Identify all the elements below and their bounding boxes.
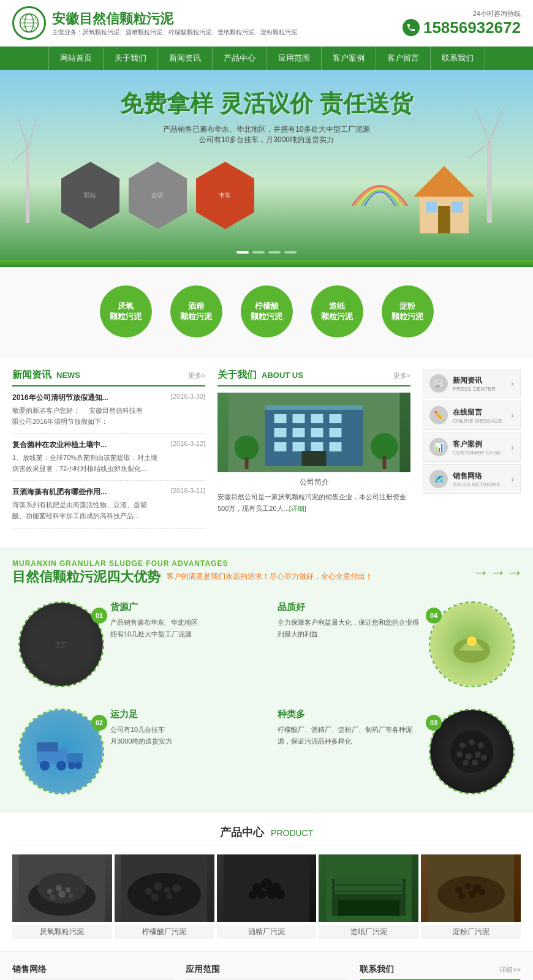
news-item-1-desc: 敬爱的新老客户您好： 安徽目然信科技有限公司2016年清明节放假如下： bbox=[12, 405, 205, 427]
svg-rect-36 bbox=[274, 442, 287, 451]
adv-circle-01-wrap: 工厂 01 bbox=[18, 601, 104, 687]
grass-bar bbox=[0, 260, 533, 267]
svg-point-82 bbox=[166, 893, 172, 899]
sidebar-news-en: PRESS CENTER bbox=[453, 386, 496, 392]
svg-point-63 bbox=[463, 760, 469, 766]
cat-circle-5[interactable]: 淀粉颗粒污泥 bbox=[382, 285, 434, 337]
adv-grid: 工厂 01 货源广 产品销售遍布华东、华北地区拥有10几处大中型工厂泥源 品质好… bbox=[12, 595, 521, 801]
svg-rect-33 bbox=[293, 428, 305, 437]
cat-circle-2[interactable]: 酒精颗粒污泥 bbox=[170, 285, 222, 337]
hotline-area: 24小时咨询热线 15856932672 bbox=[403, 9, 521, 37]
category-3[interactable]: 柠檬酸颗粒污泥 bbox=[241, 285, 293, 337]
svg-point-73 bbox=[58, 891, 66, 898]
cat-circle-3[interactable]: 柠檬酸颗粒污泥 bbox=[241, 285, 293, 337]
product-2[interactable]: 柠檬酸厂污泥 bbox=[115, 854, 214, 939]
company-name: 安徽目然信颗粒污泥 bbox=[52, 10, 297, 28]
news-more-link[interactable]: 更多> bbox=[188, 371, 205, 380]
svg-rect-97 bbox=[338, 900, 399, 916]
sidebar-news[interactable]: 📰 新闻资讯 PRESS CENTER › bbox=[423, 369, 521, 398]
adv-num-01: 01 bbox=[91, 608, 107, 624]
sidebar-message-left: ✏️ 在线留言 ONLINE MESSAGE bbox=[429, 406, 502, 424]
sidebar-network-text: 销售网络 SALES NETWORK bbox=[453, 471, 501, 488]
svg-point-64 bbox=[472, 760, 478, 766]
adv-circle-03-wrap: 03 bbox=[429, 709, 515, 794]
sidebar-network[interactable]: 🗺️ 销售网络 SALES NETWORK › bbox=[423, 464, 521, 494]
cat-circle-1[interactable]: 厌氧颗粒污泥 bbox=[100, 285, 152, 337]
nav-contact[interactable]: 联系我们 bbox=[431, 47, 485, 70]
svg-point-54 bbox=[68, 762, 75, 769]
adv-text-04: 品质好 全力保障客户利益最大化，保证您和您的企业得到最大的利益 bbox=[278, 601, 423, 641]
svg-point-76 bbox=[127, 873, 201, 916]
category-1[interactable]: 厌氧颗粒污泥 bbox=[100, 285, 152, 337]
svg-point-69 bbox=[47, 889, 52, 894]
banner-hexagons: 颗粒 会议 卡车 bbox=[61, 162, 254, 229]
nav-home[interactable]: 网站首页 bbox=[48, 47, 104, 70]
svg-point-71 bbox=[66, 888, 70, 892]
about-detail-link[interactable]: [详细] bbox=[289, 505, 306, 512]
svg-rect-38 bbox=[311, 442, 323, 451]
product-5[interactable]: 淀粉厂污泥 bbox=[421, 854, 521, 939]
news-item-1-link[interactable]: 2016年公司清明节放假通知... bbox=[12, 393, 108, 403]
svg-rect-31 bbox=[330, 414, 342, 423]
sales-network-section: 销售网络 2012至今，我公司产品销售以华东地区为中心，扩散至：华北、华南、华中… bbox=[12, 964, 173, 980]
svg-point-100 bbox=[455, 886, 463, 894]
product-3[interactable]: 酒精厂污泥 bbox=[217, 854, 317, 939]
svg-point-101 bbox=[465, 883, 471, 889]
product-label-1: 厌氧颗粒污泥 bbox=[12, 925, 112, 939]
adv-desc-02: 公司有10几台挂车月3000吨的送货实力 bbox=[110, 724, 172, 748]
about-title-cn: 关于我们 bbox=[217, 369, 257, 382]
product-1[interactable]: 厌氧颗粒污泥 bbox=[12, 854, 112, 939]
svg-point-80 bbox=[172, 884, 181, 892]
nav-apply[interactable]: 应用范围 bbox=[267, 47, 322, 70]
adv-text-01: 货源广 产品销售遍布华东、华北地区拥有10几处大中型工厂泥源 bbox=[110, 601, 198, 641]
banner-dot-3[interactable] bbox=[268, 251, 281, 254]
news-item-3-link[interactable]: 豆酒海藻有机肥有哪些作用... bbox=[12, 487, 107, 497]
nav-news[interactable]: 新闻资讯 bbox=[158, 47, 213, 70]
nav-about[interactable]: 关于我们 bbox=[104, 47, 158, 70]
product-4[interactable]: 造纸厂污泥 bbox=[319, 854, 418, 939]
svg-point-103 bbox=[459, 893, 465, 899]
svg-point-87 bbox=[257, 890, 266, 899]
svg-text:工厂: 工厂 bbox=[55, 642, 67, 649]
nav-cases[interactable]: 客户案例 bbox=[322, 47, 376, 70]
svg-point-59 bbox=[478, 742, 484, 748]
banner-dot-1[interactable] bbox=[236, 251, 249, 254]
sidebar-news-cn: 新闻资讯 bbox=[453, 375, 496, 386]
sales-network-title: 销售网络 bbox=[12, 964, 173, 979]
company-subtitle: 主营业务：厌氧颗粒污泥、酒糟颗粒污泥、柠檬酸颗粒污泥、造纸颗粒污泥、淀粉颗粒污泥 bbox=[52, 28, 297, 37]
nav-products[interactable]: 产品中心 bbox=[213, 47, 267, 70]
sidebar-message-arrow: › bbox=[511, 410, 514, 420]
bottom-row: 销售网络 2012至今，我公司产品销售以华东地区为中心，扩散至：华北、华南、华中… bbox=[0, 951, 533, 980]
category-4[interactable]: 造纸颗粒污泥 bbox=[311, 285, 363, 337]
sidebar-news-arrow: › bbox=[511, 379, 514, 388]
sidebar-cases-left: 📊 客户案例 CUSTOMER CASE bbox=[429, 438, 501, 456]
cat-circle-4[interactable]: 造纸颗粒污泥 bbox=[311, 285, 363, 337]
banner-subtitle: 产品销售已遍布华东、华北地区，并拥有10多处大中型工厂泥源 公司有10多台挂车，… bbox=[0, 124, 533, 145]
sidebar-message[interactable]: ✏️ 在线留言 ONLINE MESSAGE › bbox=[423, 401, 521, 430]
sidebar-message-en: ONLINE MESSAGE bbox=[453, 418, 502, 424]
category-2[interactable]: 酒精颗粒污泥 bbox=[170, 285, 222, 337]
sidebar-cases[interactable]: 📊 客户案例 CUSTOMER CASE › bbox=[423, 432, 521, 462]
banner-title: 免费拿样 灵活议价 责任送货 bbox=[0, 88, 533, 119]
contact-header-row: 联系我们 详细>> bbox=[360, 964, 521, 975]
category-5[interactable]: 淀粉颗粒污泥 bbox=[382, 285, 434, 337]
adv-img-01: 工厂 bbox=[20, 603, 103, 686]
apply-range-title: 应用范围 bbox=[186, 964, 347, 979]
categories-section: 厌氧颗粒污泥 酒精颗粒污泥 柠檬酸颗粒污泥 造纸颗粒污泥 淀粉颗粒污泥 bbox=[0, 267, 533, 356]
news-item-2-desc: 1、放线菌：全球70%杀菌剂由该菌提取，对土壤病害效果显著，72小时对根结线虫卵… bbox=[12, 453, 205, 474]
svg-point-89 bbox=[249, 891, 257, 899]
banner-dot-2[interactable] bbox=[252, 251, 265, 254]
svg-text:颗粒: 颗粒 bbox=[84, 192, 96, 198]
about-more-link[interactable]: 更多> bbox=[393, 371, 410, 380]
news-item-2-link[interactable]: 复合菌种在农业种植土壤中... bbox=[12, 440, 107, 450]
nav-message[interactable]: 客户留言 bbox=[376, 47, 431, 70]
product-img-4 bbox=[319, 854, 418, 922]
contact-more[interactable]: 详细>> bbox=[499, 965, 521, 974]
adv-desc-04: 全力保障客户利益最大化，保证您和您的企业得到最大的利益 bbox=[278, 617, 423, 641]
svg-point-58 bbox=[469, 739, 475, 745]
svg-point-81 bbox=[151, 894, 159, 901]
svg-rect-3 bbox=[26, 149, 29, 223]
banner-dot-4[interactable] bbox=[284, 251, 297, 254]
adv-desc-01: 产品销售遍布华东、华北地区拥有10几处大中型工厂泥源 bbox=[110, 617, 198, 641]
svg-marker-6 bbox=[12, 148, 28, 162]
